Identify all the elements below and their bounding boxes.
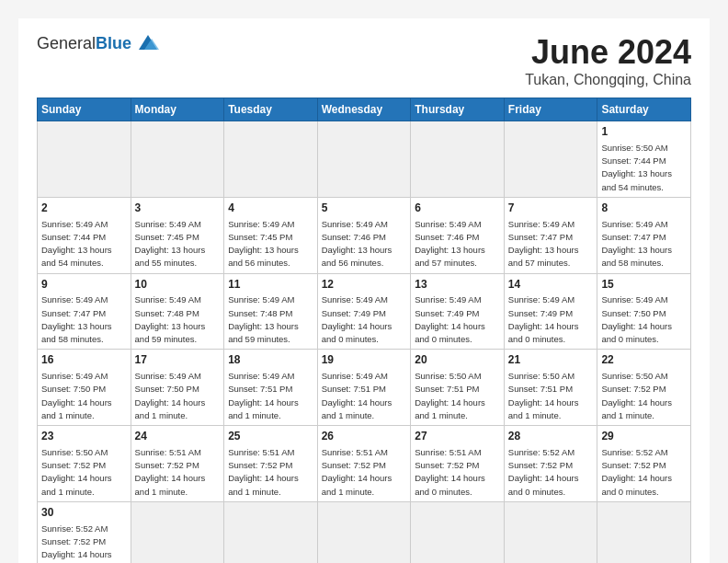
sunrise-text: Sunrise: 5:49 AM [41, 219, 108, 229]
daylight-text: Daylight: 14 hours and 0 minutes. [415, 321, 485, 344]
table-row [131, 501, 224, 563]
daylight-text: Daylight: 14 hours and 1 minute. [322, 397, 392, 420]
daylight-text: Daylight: 14 hours and 0 minutes. [508, 321, 579, 344]
daylight-text: Daylight: 13 hours and 56 minutes. [228, 245, 299, 268]
daylight-text: Daylight: 14 hours and 0 minutes. [508, 473, 579, 496]
sunrise-text: Sunrise: 5:50 AM [601, 143, 667, 153]
sunset-text: Sunset: 7:44 PM [601, 155, 665, 166]
sunset-text: Sunset: 7:44 PM [41, 232, 106, 242]
sunrise-text: Sunrise: 5:49 AM [322, 219, 388, 229]
table-row: 22Sunrise: 5:50 AMSunset: 7:52 PMDayligh… [597, 350, 691, 426]
day-info: Sunrise: 5:49 AMSunset: 7:51 PMDaylight:… [322, 370, 407, 422]
table-row: 23Sunrise: 5:50 AMSunset: 7:52 PMDayligh… [38, 426, 131, 502]
table-row: 26Sunrise: 5:51 AMSunset: 7:52 PMDayligh… [317, 426, 411, 502]
daylight-text: Daylight: 14 hours and 1 minute. [228, 473, 299, 496]
table-row [224, 501, 318, 563]
table-row: 4Sunrise: 5:49 AMSunset: 7:45 PMDaylight… [224, 197, 318, 273]
day-number: 2 [41, 201, 127, 216]
daylight-text: Daylight: 14 hours and 1 minute. [41, 473, 112, 496]
logo-text: General Blue [37, 33, 161, 53]
table-row: 27Sunrise: 5:51 AMSunset: 7:52 PMDayligh… [411, 426, 505, 502]
day-number: 3 [135, 201, 221, 216]
day-number: 27 [415, 429, 500, 444]
col-friday: Friday [504, 98, 597, 121]
sunrise-text: Sunrise: 5:52 AM [41, 523, 108, 534]
sunrise-text: Sunrise: 5:50 AM [508, 371, 574, 381]
sunset-text: Sunset: 7:52 PM [228, 460, 292, 470]
sunset-text: Sunset: 7:51 PM [508, 384, 573, 394]
table-row: 13Sunrise: 5:49 AMSunset: 7:49 PMDayligh… [411, 273, 505, 350]
day-info: Sunrise: 5:52 AMSunset: 7:52 PMDaylight:… [508, 446, 594, 499]
day-info: Sunrise: 5:49 AMSunset: 7:50 PMDaylight:… [601, 293, 687, 346]
daylight-text: Daylight: 13 hours and 54 minutes. [601, 168, 672, 191]
sunrise-text: Sunrise: 5:49 AM [41, 294, 108, 304]
day-info: Sunrise: 5:49 AMSunset: 7:44 PMDaylight:… [41, 218, 127, 270]
sunset-text: Sunset: 7:52 PM [508, 460, 573, 470]
logo-blue-text: Blue [96, 34, 131, 53]
sunrise-text: Sunrise: 5:51 AM [322, 447, 388, 457]
sunset-text: Sunset: 7:49 PM [508, 308, 573, 318]
sunset-text: Sunset: 7:50 PM [601, 308, 665, 318]
sunset-text: Sunset: 7:45 PM [228, 232, 292, 242]
table-row: 5Sunrise: 5:49 AMSunset: 7:46 PMDaylight… [317, 197, 411, 273]
table-row: 15Sunrise: 5:49 AMSunset: 7:50 PMDayligh… [597, 273, 691, 350]
calendar-week-row: 30Sunrise: 5:52 AMSunset: 7:52 PMDayligh… [38, 501, 691, 563]
daylight-text: Daylight: 14 hours and 1 minute. [135, 473, 206, 496]
sunrise-text: Sunrise: 5:50 AM [41, 447, 108, 457]
table-row [38, 121, 131, 198]
daylight-text: Daylight: 13 hours and 57 minutes. [415, 245, 485, 268]
day-info: Sunrise: 5:52 AMSunset: 7:52 PMDaylight:… [41, 523, 127, 563]
col-thursday: Thursday [411, 98, 505, 121]
table-row: 11Sunrise: 5:49 AMSunset: 7:48 PMDayligh… [224, 273, 318, 350]
day-number: 23 [41, 429, 127, 444]
table-row [504, 501, 597, 563]
daylight-text: Daylight: 14 hours and 0 minutes. [322, 321, 392, 344]
header: General Blue June 2024 Tukan, Chongqing,… [37, 33, 691, 88]
table-row [411, 501, 505, 563]
day-number: 6 [415, 201, 500, 216]
sunrise-text: Sunrise: 5:52 AM [601, 447, 667, 457]
day-number: 24 [135, 429, 221, 444]
day-number: 15 [601, 277, 687, 293]
day-number: 14 [508, 277, 594, 293]
col-sunday: Sunday [38, 98, 131, 121]
title-block: June 2024 Tukan, Chongqing, China [525, 33, 691, 88]
table-row [224, 121, 318, 198]
sunrise-text: Sunrise: 5:49 AM [135, 294, 201, 304]
day-info: Sunrise: 5:50 AMSunset: 7:51 PMDaylight:… [508, 370, 594, 422]
day-number: 19 [322, 352, 407, 368]
daylight-text: Daylight: 13 hours and 59 minutes. [228, 321, 299, 344]
sunrise-text: Sunrise: 5:51 AM [228, 447, 294, 457]
table-row: 2Sunrise: 5:49 AMSunset: 7:44 PMDaylight… [38, 197, 131, 273]
sunrise-text: Sunrise: 5:50 AM [601, 371, 667, 381]
sunset-text: Sunset: 7:52 PM [601, 460, 665, 470]
day-number: 8 [601, 201, 687, 216]
table-row [317, 501, 411, 563]
day-info: Sunrise: 5:51 AMSunset: 7:52 PMDaylight:… [415, 446, 500, 499]
sunset-text: Sunset: 7:47 PM [41, 308, 106, 318]
sunset-text: Sunset: 7:49 PM [415, 308, 479, 318]
sunrise-text: Sunrise: 5:49 AM [508, 294, 574, 304]
col-monday: Monday [131, 98, 224, 121]
sunset-text: Sunset: 7:47 PM [508, 232, 573, 242]
table-row [131, 121, 224, 198]
logo: General Blue [37, 33, 161, 53]
table-row: 7Sunrise: 5:49 AMSunset: 7:47 PMDaylight… [504, 197, 597, 273]
day-number: 18 [228, 352, 313, 368]
day-info: Sunrise: 5:51 AMSunset: 7:52 PMDaylight:… [322, 446, 407, 499]
day-number: 20 [415, 352, 500, 368]
day-number: 13 [415, 277, 500, 293]
daylight-text: Daylight: 14 hours and 0 minutes. [601, 473, 672, 496]
table-row: 3Sunrise: 5:49 AMSunset: 7:45 PMDaylight… [131, 197, 224, 273]
table-row: 24Sunrise: 5:51 AMSunset: 7:52 PMDayligh… [131, 426, 224, 502]
sunset-text: Sunset: 7:52 PM [135, 460, 199, 470]
table-row: 10Sunrise: 5:49 AMSunset: 7:48 PMDayligh… [131, 273, 224, 350]
sunrise-text: Sunrise: 5:51 AM [415, 447, 481, 457]
sunset-text: Sunset: 7:49 PM [322, 308, 386, 318]
day-number: 12 [322, 277, 407, 293]
table-row [411, 121, 505, 198]
day-number: 10 [135, 277, 221, 293]
table-row [317, 121, 411, 198]
calendar-week-row: 16Sunrise: 5:49 AMSunset: 7:50 PMDayligh… [38, 350, 691, 426]
day-number: 28 [508, 429, 594, 444]
